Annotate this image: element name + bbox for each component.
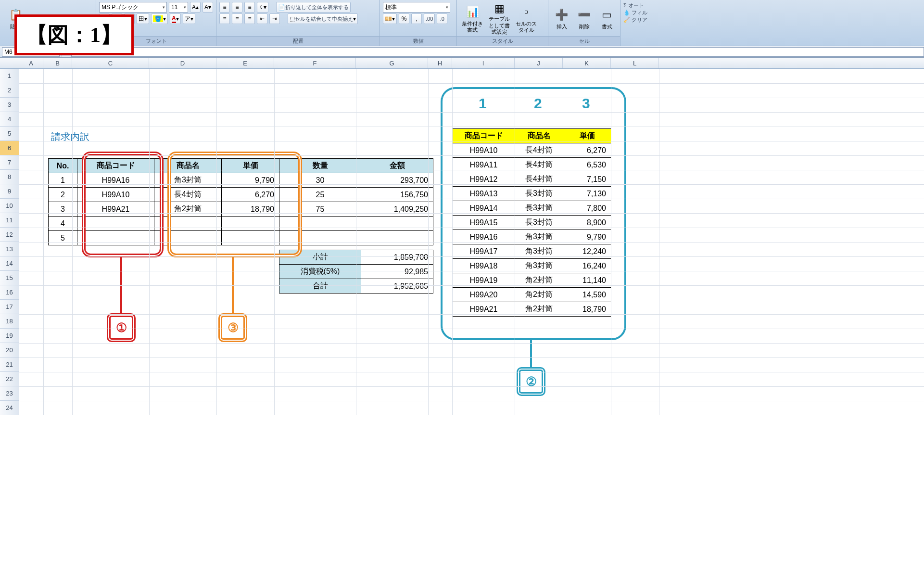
row-header-21[interactable]: 21 — [0, 357, 19, 372]
annotation-badge-1: ① — [107, 313, 136, 342]
align-middle-button[interactable]: ≡ — [232, 2, 242, 13]
increase-font-button[interactable]: A▴ — [190, 2, 201, 13]
row-header-17[interactable]: 17 — [0, 300, 19, 314]
align-bottom-button[interactable]: ≡ — [244, 2, 255, 13]
align-top-button[interactable]: ≡ — [219, 2, 230, 13]
column-header-K[interactable]: K — [563, 58, 611, 68]
fill-button[interactable]: 💧 フィル — [623, 9, 656, 16]
ribbon-group-editing: Σ オート 💧 フィル 🧹 クリア — [620, 0, 659, 46]
align-right-button[interactable]: ≡ — [244, 13, 255, 24]
column-header-G[interactable]: G — [356, 58, 428, 68]
cell-styles-button[interactable]: ▫セルのスタイル — [514, 2, 539, 36]
row-header-10[interactable]: 10 — [0, 199, 19, 213]
invoice-row[interactable]: 2H99A10長4封筒6,27025156,750 — [49, 188, 433, 202]
currency-button[interactable]: 💴▾ — [383, 13, 397, 24]
table-format-icon: ▦ — [492, 2, 507, 15]
row-header-5[interactable]: 5 — [0, 127, 19, 141]
invoice-header-qty: 数量 — [279, 159, 361, 173]
border-button[interactable]: 田▾ — [137, 13, 149, 24]
tax-value[interactable]: 92,985 — [361, 265, 433, 279]
subtotal-label: 小計 — [279, 250, 361, 265]
invoice-header-amount: 金額 — [361, 159, 433, 173]
comma-button[interactable]: , — [411, 13, 422, 24]
format-as-table-button[interactable]: ▦テーブルとして書式設定 — [487, 2, 512, 36]
percent-button[interactable]: % — [399, 13, 409, 24]
row-header-6[interactable]: 6 — [0, 141, 19, 155]
annotation-badge-3: ③ — [218, 313, 247, 342]
orientation-button[interactable]: ⤹▾ — [257, 2, 268, 13]
row-header-23[interactable]: 23 — [0, 386, 19, 401]
column-header-J[interactable]: J — [515, 58, 563, 68]
column-header-A[interactable]: A — [19, 58, 43, 68]
column-header-E[interactable]: E — [216, 58, 274, 68]
font-name-select[interactable]: MS Pゴシック — [99, 2, 167, 13]
fill-color-button[interactable]: 🪣▾ — [151, 13, 168, 24]
row-header-9[interactable]: 9 — [0, 184, 19, 199]
ribbon-group-number: 標準 💴▾ % , .00 .0 数値 — [380, 0, 457, 46]
invoice-row[interactable]: 4 — [49, 217, 433, 231]
row-header-3[interactable]: 3 — [0, 98, 19, 112]
column-header-I[interactable]: I — [452, 58, 515, 68]
column-header-F[interactable]: F — [274, 58, 356, 68]
invoice-row[interactable]: 5 — [49, 231, 433, 245]
number-format-select[interactable]: 標準 — [383, 2, 450, 13]
row-header-14[interactable]: 14 — [0, 256, 19, 271]
clear-button[interactable]: 🧹 クリア — [623, 16, 656, 24]
row-header-4[interactable]: 4 — [0, 112, 19, 127]
row-header-12[interactable]: 12 — [0, 228, 19, 242]
merge-center-button[interactable]: ⬚ セルを結合して中央揃え▾ — [288, 13, 358, 24]
row-header-8[interactable]: 8 — [0, 170, 19, 184]
column-header-L[interactable]: L — [611, 58, 659, 68]
row-header-16[interactable]: 16 — [0, 285, 19, 300]
column-header-D[interactable]: D — [149, 58, 216, 68]
row-header-20[interactable]: 20 — [0, 343, 19, 357]
styles-group-label: スタイル — [457, 36, 548, 46]
row-header-19[interactable]: 19 — [0, 329, 19, 343]
invoice-row[interactable]: 1H99A16角3封筒9,79030293,700 — [49, 173, 433, 188]
wrap-text-button[interactable]: 📄 折り返して全体を表示する — [276, 2, 351, 13]
total-value[interactable]: 1,952,685 — [361, 279, 433, 294]
number-group-label: 数値 — [380, 36, 456, 46]
delete-button[interactable]: ➖削除 — [574, 2, 595, 36]
autosum-button[interactable]: Σ オート — [623, 2, 656, 9]
column-header-C[interactable]: C — [72, 58, 149, 68]
total-label: 合計 — [279, 279, 361, 294]
insert-button[interactable]: ➕挿入 — [551, 2, 572, 36]
row-header-11[interactable]: 11 — [0, 213, 19, 228]
invoice-table: No. 商品コード 商品名 単価 数量 金額 1H99A16角3封筒9,7903… — [48, 158, 433, 245]
invoice-header-price: 単価 — [222, 159, 279, 173]
row-header-24[interactable]: 24 — [0, 401, 19, 415]
row-header-13[interactable]: 13 — [0, 242, 19, 256]
row-header-22[interactable]: 22 — [0, 372, 19, 386]
row-header-7[interactable]: 7 — [0, 155, 19, 170]
align-left-button[interactable]: ≡ — [219, 13, 230, 24]
font-color-button[interactable]: A▾ — [170, 13, 181, 24]
phonetic-button[interactable]: ア▾ — [183, 13, 195, 24]
column-header-H[interactable]: H — [428, 58, 452, 68]
decrease-indent-button[interactable]: ⇤ — [257, 13, 267, 24]
row-header-1[interactable]: 1 — [0, 69, 19, 83]
subtotal-value[interactable]: 1,859,700 — [361, 250, 433, 265]
ribbon-group-alignment: ≡ ≡ ≡ ⤹▾ 📄 折り返して全体を表示する ≡ ≡ ≡ ⇤ ⇥ ⬚ セルを結… — [216, 0, 380, 46]
format-icon: ▭ — [599, 7, 615, 23]
increase-indent-button[interactable]: ⇥ — [269, 13, 280, 24]
row-header-18[interactable]: 18 — [0, 314, 19, 329]
column-header-B[interactable]: B — [43, 58, 72, 68]
invoice-header-code: 商品コード — [77, 159, 154, 173]
decrease-decimal-button[interactable]: .0 — [437, 13, 447, 24]
increase-decimal-button[interactable]: .00 — [424, 13, 435, 24]
select-all-corner[interactable] — [0, 58, 19, 68]
insert-icon: ➕ — [554, 7, 570, 23]
row-header-2[interactable]: 2 — [0, 83, 19, 98]
annotation-line-1 — [120, 257, 122, 315]
format-button[interactable]: ▭書式 — [596, 2, 617, 36]
decrease-font-button[interactable]: A▾ — [203, 2, 213, 13]
formula-input[interactable] — [71, 47, 924, 57]
cell-styles-icon: ▫ — [519, 4, 534, 20]
font-size-select[interactable]: 11 — [169, 2, 188, 13]
align-center-button[interactable]: ≡ — [232, 13, 242, 24]
figure-label: 【図：1】 — [14, 14, 134, 55]
row-header-15[interactable]: 15 — [0, 271, 19, 285]
invoice-row[interactable]: 3H99A21角2封筒18,790751,409,250 — [49, 202, 433, 217]
conditional-format-button[interactable]: 📊条件付き書式 — [460, 2, 485, 36]
